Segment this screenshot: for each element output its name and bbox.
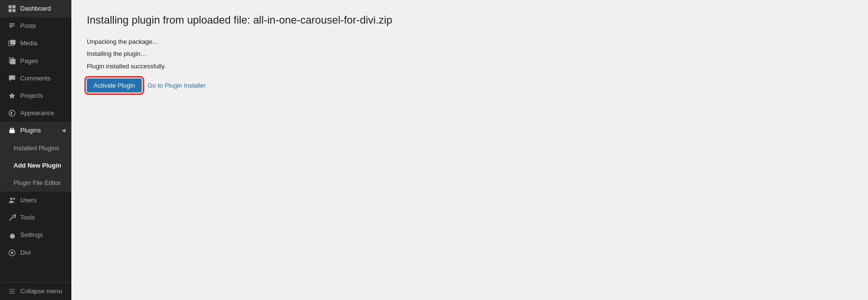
status-line-3: Plugin installed successfully. xyxy=(87,62,853,71)
sidebar-item-label: Appearance xyxy=(20,109,54,117)
collapse-menu-button[interactable]: Collapse menu xyxy=(0,283,71,300)
pages-icon xyxy=(8,57,16,65)
sidebar-item-label: Divi xyxy=(20,248,31,257)
comments-icon xyxy=(8,74,16,83)
svg-rect-2 xyxy=(9,9,12,12)
sidebar-item-label: Posts xyxy=(20,22,36,30)
settings-icon xyxy=(8,231,16,240)
action-row: Activate Plugin Go to Plugin Installer xyxy=(87,78,853,92)
add-new-plugin-label: Add New Plugin xyxy=(14,161,61,170)
sidebar-item-label: Settings xyxy=(20,231,43,239)
sidebar-item-label: Plugins xyxy=(20,126,41,135)
sidebar-item-label: Dashboard xyxy=(20,4,51,13)
sidebar-item-posts[interactable]: Posts xyxy=(0,17,71,35)
sidebar-item-installed-plugins[interactable]: Installed Plugins xyxy=(0,140,71,157)
tools-icon xyxy=(8,213,16,222)
svg-rect-7 xyxy=(10,59,15,64)
status-line-1: Unpacking the package… xyxy=(87,37,853,47)
sidebar-item-plugins[interactable]: Plugins ◀ xyxy=(0,122,71,139)
svg-point-17 xyxy=(11,251,14,254)
sidebar-item-label: Media xyxy=(20,39,37,48)
plugins-submenu: Installed Plugins Add New Plugin Plugin … xyxy=(0,140,71,192)
appearance-icon xyxy=(8,109,16,117)
projects-icon xyxy=(8,91,16,100)
sidebar-item-comments[interactable]: Comments xyxy=(0,70,71,87)
sidebar-item-dashboard[interactable]: Dashboard xyxy=(0,0,71,17)
svg-point-15 xyxy=(13,198,15,200)
go-to-installer-link[interactable]: Go to Plugin Installer xyxy=(148,82,206,89)
sidebar-item-pages[interactable]: Pages xyxy=(0,52,71,70)
dashboard-icon xyxy=(8,4,16,13)
sidebar-item-settings[interactable]: Settings xyxy=(0,226,71,244)
divi-icon xyxy=(8,248,16,257)
sidebar-item-label: Comments xyxy=(20,74,51,83)
status-line-2: Installing the plugin… xyxy=(87,49,853,59)
svg-rect-13 xyxy=(13,128,14,129)
sidebar-item-label: Projects xyxy=(20,91,43,100)
collapse-menu-item: Collapse menu xyxy=(0,282,71,300)
sidebar-item-plugin-file-editor[interactable]: Plugin File Editor xyxy=(0,174,71,192)
sidebar-item-add-new-plugin[interactable]: Add New Plugin xyxy=(0,157,71,174)
activate-plugin-button[interactable]: Activate Plugin xyxy=(87,78,142,92)
plugin-file-editor-label: Plugin File Editor xyxy=(14,179,61,187)
sidebar-item-media[interactable]: Media xyxy=(0,35,71,52)
users-icon xyxy=(8,196,16,205)
plugins-icon xyxy=(8,126,16,135)
sidebar-item-label: Users xyxy=(20,196,37,205)
svg-rect-0 xyxy=(9,5,12,8)
sidebar-item-label: Tools xyxy=(20,213,35,222)
sidebar-item-users[interactable]: Users xyxy=(0,192,71,209)
collapse-icon xyxy=(8,287,16,296)
sidebar-item-projects[interactable]: Projects xyxy=(0,87,71,104)
svg-rect-9 xyxy=(9,130,14,133)
sidebar-item-tools[interactable]: Tools xyxy=(0,209,71,226)
svg-rect-3 xyxy=(13,9,15,12)
svg-rect-1 xyxy=(13,5,15,8)
page-title: Installing plugin from uploaded file: al… xyxy=(87,13,853,27)
sidebar: Dashboard Posts Media Pages Comments Pro… xyxy=(0,0,71,300)
sidebar-item-appearance[interactable]: Appearance xyxy=(0,104,71,122)
collapse-menu-label: Collapse menu xyxy=(20,287,62,296)
svg-rect-12 xyxy=(10,128,12,129)
svg-point-14 xyxy=(10,198,13,200)
sidebar-item-divi[interactable]: Divi xyxy=(0,244,71,261)
sidebar-item-label: Pages xyxy=(20,57,38,65)
svg-rect-5 xyxy=(10,40,15,45)
posts-icon xyxy=(8,22,16,30)
main-content: Installing plugin from uploaded file: al… xyxy=(71,0,868,300)
installed-plugins-label: Installed Plugins xyxy=(14,144,59,153)
plugins-arrow-icon: ◀ xyxy=(62,127,66,134)
media-icon xyxy=(8,39,16,48)
